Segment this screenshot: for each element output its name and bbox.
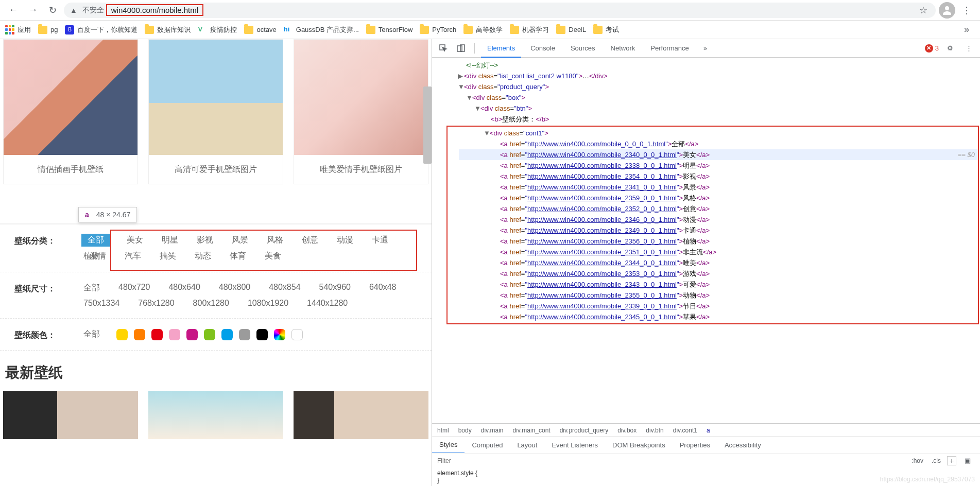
- cls-toggle[interactable]: .cls: [930, 457, 943, 464]
- size-link[interactable]: 480x640: [166, 282, 202, 294]
- color-all[interactable]: 全部: [81, 328, 102, 341]
- dom-breadcrumb[interactable]: html body div.main div.main_cont div.pro…: [432, 423, 980, 437]
- new-style-rule-button[interactable]: +: [947, 456, 956, 465]
- bookmark-item[interactable]: 考试: [593, 25, 619, 34]
- wallpaper-thumb[interactable]: [3, 391, 138, 439]
- tab-console[interactable]: Console: [524, 39, 561, 58]
- size-link[interactable]: 480x854: [267, 282, 302, 294]
- device-toggle-icon[interactable]: [454, 41, 468, 56]
- wallpaper-thumb[interactable]: [294, 391, 428, 439]
- bookmark-star-icon[interactable]: ☆: [919, 5, 927, 16]
- color-swatch[interactable]: [186, 329, 198, 340]
- dom-link-node[interactable]: <a href="http://www.win4000.com/mobile_2…: [459, 279, 978, 290]
- dom-link-node[interactable]: <a href="http://www.win4000.com/mobile_2…: [459, 311, 978, 322]
- dom-link-node[interactable]: <a href="http://www.win4000.com/mobile_2…: [459, 203, 978, 214]
- profile-avatar[interactable]: [939, 2, 955, 19]
- category-link[interactable]: 汽车: [123, 250, 143, 263]
- color-swatch[interactable]: [169, 329, 180, 340]
- category-link[interactable]: 创意: [300, 234, 320, 247]
- reload-button[interactable]: ↻: [44, 2, 61, 19]
- st-tab-layout[interactable]: Layout: [510, 437, 544, 454]
- tab-sources[interactable]: Sources: [564, 39, 601, 58]
- styles-panel-toggle-icon[interactable]: ▣: [960, 454, 975, 468]
- apps-button[interactable]: 应用: [5, 25, 31, 34]
- bookmark-item[interactable]: octave: [244, 26, 276, 34]
- elements-tree[interactable]: <!--幻灯--> ▶<div class="list_cont list_co…: [432, 58, 980, 423]
- size-link[interactable]: 768x1280: [136, 298, 176, 309]
- size-link[interactable]: 750x1334: [81, 298, 122, 309]
- devtools-menu-icon[interactable]: ⋮: [961, 41, 976, 56]
- wallpaper-card[interactable]: 唯美爱情手机壁纸图片: [294, 39, 428, 184]
- chrome-menu-icon[interactable]: ⋮: [958, 2, 975, 19]
- size-all[interactable]: 全部: [81, 282, 102, 294]
- dom-link-node[interactable]: <a href="http://www.win4000.com/mobile_0…: [459, 138, 978, 149]
- bookmark-item[interactable]: 高等数学: [463, 25, 503, 34]
- color-swatch[interactable]: [116, 329, 128, 340]
- tab-elements[interactable]: Elements: [481, 39, 521, 58]
- dom-link-node[interactable]: <a href="http://www.win4000.com/mobile_2…: [459, 214, 978, 225]
- styles-filter-input[interactable]: [437, 457, 905, 464]
- wallpaper-card[interactable]: 情侣插画手机壁纸: [3, 39, 138, 184]
- page-scrollbar-thumb[interactable]: [423, 86, 432, 164]
- dom-link-node[interactable]: <a href="http://www.win4000.com/mobile_2…: [459, 290, 978, 301]
- back-button[interactable]: ←: [5, 2, 22, 19]
- bookmark-item[interactable]: hiGaussDB 产品支撑...: [284, 25, 359, 34]
- bookmarks-overflow-icon[interactable]: »: [958, 22, 975, 38]
- dom-link-node[interactable]: <a href="http://www.win4000.com/mobile_2…: [459, 301, 978, 311]
- color-swatch[interactable]: [239, 329, 250, 340]
- category-link[interactable]: 美食: [263, 250, 283, 263]
- category-link[interactable]: 影视: [195, 234, 215, 247]
- dom-link-node[interactable]: <a href="http://www.win4000.com/mobile_2…: [459, 247, 978, 257]
- category-link[interactable]: 美女: [125, 234, 145, 247]
- category-link[interactable]: 卡通: [370, 234, 390, 247]
- bookmark-item[interactable]: 机器学习: [510, 25, 549, 34]
- color-swatch[interactable]: [134, 329, 145, 340]
- category-link[interactable]: 动态: [193, 250, 213, 263]
- tab-network[interactable]: Network: [605, 39, 642, 58]
- size-link[interactable]: 480x720: [116, 282, 152, 294]
- dom-link-node[interactable]: <a href="http://www.win4000.com/mobile_2…: [459, 182, 978, 193]
- wallpaper-thumb[interactable]: [148, 391, 283, 439]
- tabs-overflow-icon[interactable]: »: [698, 41, 713, 56]
- dom-link-node[interactable]: <a href="http://www.win4000.com/mobile_2…: [459, 149, 978, 160]
- category-all[interactable]: 全部: [81, 234, 110, 247]
- tab-performance[interactable]: Performance: [644, 39, 695, 58]
- category-link[interactable]: 搞笑: [158, 250, 178, 263]
- dom-link-node[interactable]: <a href="http://www.win4000.com/mobile_2…: [459, 193, 978, 203]
- category-link[interactable]: 风格: [265, 234, 285, 247]
- size-link[interactable]: 540x960: [317, 282, 353, 294]
- address-bar[interactable]: ▲ 不安全 win4000.com/mobile.html ☆: [64, 3, 936, 18]
- color-swatch[interactable]: [256, 329, 268, 340]
- st-tab-styles[interactable]: Styles: [432, 437, 465, 454]
- color-swatch[interactable]: [274, 329, 285, 340]
- bookmark-item[interactable]: TensorFlow: [366, 26, 412, 34]
- st-tab-props[interactable]: Properties: [673, 437, 717, 454]
- category-link[interactable]: 明星: [160, 234, 180, 247]
- st-tab-computed[interactable]: Computed: [465, 437, 510, 454]
- color-swatch[interactable]: [221, 329, 233, 340]
- size-link[interactable]: 1440x1280: [305, 298, 350, 309]
- hov-toggle[interactable]: :hov: [909, 457, 925, 464]
- size-link[interactable]: 1080x1920: [246, 298, 290, 309]
- error-badge[interactable]: ✕3: [925, 44, 939, 53]
- color-swatch[interactable]: [291, 329, 303, 340]
- wallpaper-card[interactable]: 高清可爱手机壁纸图片: [148, 39, 283, 184]
- dom-link-node[interactable]: <a href="http://www.win4000.com/mobile_2…: [459, 171, 978, 182]
- dom-link-node[interactable]: <a href="http://www.win4000.com/mobile_2…: [459, 236, 978, 247]
- st-tab-a11y[interactable]: Accessibility: [717, 437, 768, 454]
- category-link[interactable]: 动漫: [335, 234, 355, 247]
- bookmark-item[interactable]: V疫情防控: [198, 25, 237, 34]
- size-link[interactable]: 800x1280: [191, 298, 231, 309]
- category-link[interactable]: 风景: [230, 234, 250, 247]
- category-link[interactable]: 体育: [228, 250, 248, 263]
- st-tab-events[interactable]: Event Listeners: [544, 437, 605, 454]
- dom-link-node[interactable]: <a href="http://www.win4000.com/mobile_2…: [459, 257, 978, 268]
- dom-link-node[interactable]: <a href="http://www.win4000.com/mobile_2…: [459, 160, 978, 171]
- devtools-settings-icon[interactable]: ⚙: [943, 41, 957, 56]
- inspect-element-icon[interactable]: [436, 41, 451, 56]
- category-link[interactable]: 爱情: [88, 250, 108, 263]
- bookmark-item[interactable]: PyTorch: [420, 26, 456, 34]
- bookmark-item[interactable]: B百度一下，你就知道: [65, 25, 137, 34]
- size-link[interactable]: 640x48: [367, 282, 399, 294]
- bookmark-item[interactable]: pg: [38, 26, 58, 34]
